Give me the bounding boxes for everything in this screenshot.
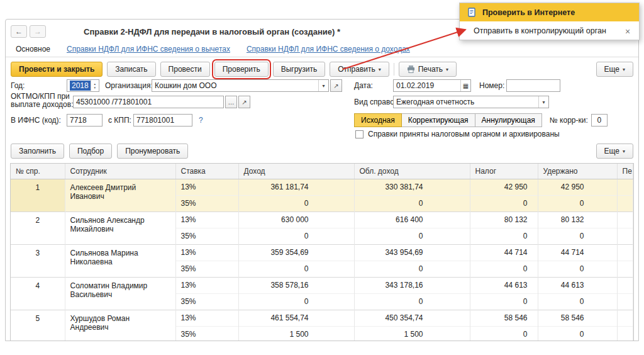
cell-taxable: 330 381,74	[354, 179, 470, 195]
more-button[interactable]: Еще ▾	[596, 62, 633, 77]
tab-income-link[interactable]: Справки НДФЛ для ИФНС сведения о доходах	[247, 45, 410, 54]
type-original-button[interactable]: Исходная	[354, 113, 402, 127]
cell-taxable: 616 400	[354, 211, 470, 228]
export-button[interactable]: Выгрузить	[273, 62, 326, 77]
column-header-number[interactable]: № спр.	[11, 164, 65, 179]
column-header-transferred[interactable]: Пе	[617, 164, 633, 179]
help-link[interactable]: ?	[199, 116, 203, 125]
cell-rate: 13%	[175, 244, 238, 261]
kpp-value: 771801001	[136, 116, 174, 125]
table-row[interactable]: 4 Соломатин Владимир Васильевич 13% 358 …	[11, 277, 633, 293]
cell-employee: Соломатин Владимир Васильевич	[65, 277, 175, 310]
cell-withheld: 0	[538, 228, 617, 244]
table-row[interactable]: 3 Сильянова Марина Николаевна 13% 359 35…	[11, 244, 633, 261]
printer-icon	[407, 65, 415, 73]
correction-number-label: № корр-ки:	[550, 116, 588, 125]
oktmo-label: ОКТМО/КПП при выплате доходов:	[11, 93, 73, 109]
year-value: 2018	[70, 81, 91, 91]
print-label: Печать	[418, 65, 443, 74]
spinner-down-icon: ▾	[94, 86, 96, 89]
fill-button[interactable]: Заполнить	[11, 144, 64, 159]
cell-tax: 44 613	[470, 277, 538, 293]
check-button[interactable]: Проверить	[214, 62, 269, 77]
open-organization-button[interactable]: ↗	[330, 79, 342, 92]
chevron-down-icon: ▾	[379, 67, 381, 72]
ifns-input[interactable]: 7718	[67, 114, 103, 127]
post-button[interactable]: Провести	[160, 62, 210, 77]
year-input[interactable]: 2018 ▴ ▾	[67, 79, 99, 92]
renumber-button[interactable]: Пронумеровать	[117, 144, 188, 159]
cell-rate: 13%	[175, 211, 238, 228]
oktmo-input[interactable]: 45301000 /771801001	[73, 96, 224, 108]
cell-transferred	[617, 326, 633, 341]
organization-value: Кошкин дом ООО	[155, 81, 216, 90]
cell-transferred	[617, 293, 633, 310]
cell-withheld: 0	[538, 195, 617, 211]
tab-deductions-link[interactable]: Справки НДФЛ для ИФНС сведения о вычетах	[67, 45, 230, 54]
save-button[interactable]: Записать	[107, 62, 155, 77]
certificate-kind-select[interactable]: Ежегодная отчетность ▾	[393, 96, 549, 108]
ellipsis-icon: …	[228, 99, 235, 106]
chevron-down-icon: ▾	[446, 67, 448, 72]
table-row[interactable]: 2 Сильянов Александр Михайлович 13% 630 …	[11, 211, 633, 228]
post-and-close-button[interactable]: Провести и закрыть	[11, 62, 103, 77]
column-header-income[interactable]: Доход	[238, 164, 354, 179]
cell-income: 0	[238, 195, 354, 211]
menu-item-check-internet[interactable]: Проверить в Интернете	[460, 3, 639, 21]
date-input[interactable]: 01.02.2019 ▦	[393, 79, 471, 92]
menu-item-send-authority[interactable]: Отправить в контролирующий орган	[460, 21, 639, 40]
table-more-button[interactable]: Еще ▾	[596, 144, 633, 159]
cell-income: 630 000	[238, 211, 354, 228]
document-window: ← → Справки 2-НДФЛ для передачи в налого…	[5, 19, 639, 341]
cell-taxable: 0	[354, 261, 470, 277]
archived-checkbox[interactable]	[355, 130, 364, 138]
spinner-icon[interactable]: ▴ ▾	[91, 80, 99, 91]
correction-number-value: 0	[597, 116, 601, 125]
column-header-rate[interactable]: Ставка	[175, 164, 238, 179]
cell-taxable: 0	[354, 195, 470, 211]
table-row[interactable]: 5 Хуршудов Роман Андреевич 13% 461 554,7…	[11, 310, 633, 326]
table-row[interactable]: 1 Алексеев Дмитрий Иванович 13% 361 181,…	[11, 179, 633, 195]
organization-input[interactable]: Кошкин дом ООО ▾	[152, 79, 329, 92]
print-button[interactable]: Печать ▾	[399, 62, 457, 77]
close-button[interactable]: ×	[622, 26, 633, 37]
kpp-label: с КПП:	[108, 116, 131, 125]
back-button[interactable]: ←	[11, 25, 27, 38]
cell-tax: 0	[470, 261, 538, 277]
number-label: Номер:	[479, 81, 504, 90]
column-header-employee[interactable]: Сотрудник	[65, 164, 175, 179]
chevron-down-icon[interactable]: ▾	[538, 96, 548, 108]
cell-rate: 35%	[175, 293, 238, 310]
pick-button[interactable]: Подбор	[69, 144, 112, 159]
type-correcting-button[interactable]: Корректирующая	[401, 113, 475, 127]
cell-taxable: 0	[354, 228, 470, 244]
cell-tax: 0	[470, 195, 538, 211]
cell-income: 0	[238, 261, 354, 277]
cell-tax: 0	[470, 293, 538, 310]
chevron-down-icon[interactable]: ▾	[318, 80, 328, 91]
table-more-label: Еще	[604, 147, 619, 155]
forward-button[interactable]: →	[30, 25, 46, 38]
cell-withheld: 0	[538, 326, 617, 341]
tab-main[interactable]: Основное	[16, 45, 50, 54]
page-title: Справки 2-НДФЛ для передачи в налоговый …	[84, 27, 340, 37]
cell-transferred	[617, 244, 633, 261]
kpp-input[interactable]: 771801001	[133, 114, 192, 127]
column-header-taxable[interactable]: Обл. доход	[354, 164, 470, 179]
correction-number-input[interactable]: 0	[591, 114, 608, 127]
cell-taxable: 450 354,74	[354, 310, 470, 326]
cell-income: 0	[238, 228, 354, 244]
oktmo-open-button[interactable]: ↗	[238, 96, 250, 108]
date-value: 01.02.2019	[396, 81, 434, 90]
ifns-value: 7718	[70, 116, 87, 125]
cell-transferred	[617, 195, 633, 211]
column-header-tax[interactable]: Налог	[470, 164, 538, 179]
column-header-withheld[interactable]: Удержано	[538, 164, 617, 179]
type-canceling-button[interactable]: Аннулирующая	[475, 113, 542, 127]
calendar-icon[interactable]: ▦	[460, 80, 470, 91]
send-button[interactable]: Отправить ▾	[330, 62, 389, 77]
cell-taxable: 343 954,69	[354, 244, 470, 261]
number-input[interactable]	[506, 79, 560, 92]
certificate-kind-value: Ежегодная отчетность	[396, 98, 474, 106]
oktmo-choose-button[interactable]: …	[225, 96, 237, 108]
